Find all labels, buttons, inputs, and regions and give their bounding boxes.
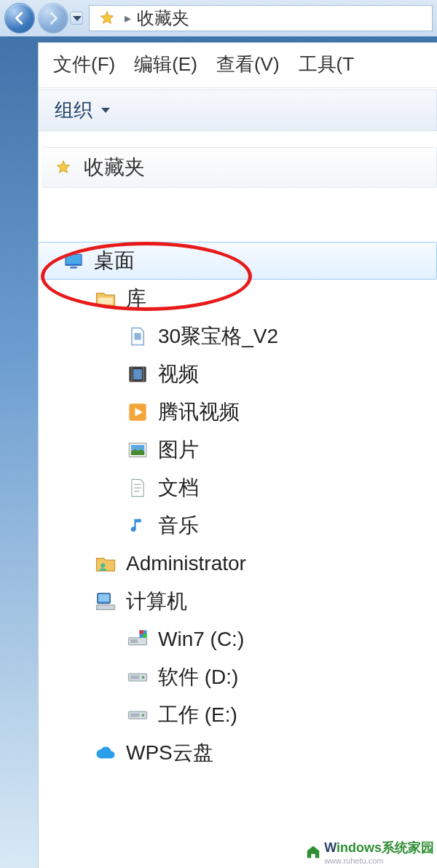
watermark-url: www.ruhetu.com (324, 856, 434, 865)
tree-item-pictures[interactable]: 图片 (39, 431, 437, 469)
tree-label: Administrator (126, 552, 246, 575)
svg-rect-22 (140, 631, 143, 634)
tree-item-drive-e[interactable]: 工作 (E:) (39, 696, 437, 734)
tree-item-music[interactable]: 音乐 (39, 507, 437, 545)
drive-icon (126, 703, 149, 727)
menu-bar: 文件(F) 编辑(E) 查看(V) 工具(T (39, 47, 437, 88)
tree-item-wps-cloud[interactable]: WPS云盘 (39, 734, 437, 772)
music-icon (126, 514, 149, 537)
svg-point-15 (101, 563, 105, 567)
computer-icon (94, 590, 117, 613)
tree-label: 计算机 (126, 588, 187, 615)
libraries-icon (94, 287, 117, 310)
navigation-pane: 收藏夹 桌面 库 30聚宝格_V2 (39, 131, 437, 772)
documents-icon (126, 476, 149, 500)
tree-label: 30聚宝格_V2 (158, 323, 278, 350)
menu-tools[interactable]: 工具(T (299, 52, 355, 77)
cloud-icon (94, 741, 117, 765)
chevron-down-icon (73, 16, 82, 21)
tree-item-custom[interactable]: 30聚宝格_V2 (39, 317, 437, 355)
tree-item-videos[interactable]: 视频 (39, 355, 437, 393)
breadcrumb[interactable]: 收藏夹 (137, 7, 189, 30)
svg-rect-8 (133, 369, 142, 379)
tree-item-administrator[interactable]: Administrator (39, 545, 437, 583)
tree-item-libraries[interactable]: 库 (39, 280, 437, 317)
svg-rect-18 (97, 605, 115, 609)
back-button[interactable] (4, 3, 35, 33)
svg-rect-4 (134, 333, 141, 339)
tree-item-drive-c[interactable]: Win7 (C:) (39, 620, 437, 658)
svg-rect-23 (143, 634, 147, 638)
videos-icon (126, 363, 149, 386)
pictures-icon (126, 438, 149, 462)
forward-button[interactable] (38, 3, 68, 33)
watermark-text: W (324, 840, 336, 855)
star-icon (95, 7, 119, 30)
tree-item-drive-d[interactable]: 软件 (D:) (39, 658, 437, 696)
tree-label: 音乐 (158, 512, 199, 540)
tree-label: 视频 (158, 360, 199, 388)
menu-view[interactable]: 查看(V) (216, 52, 280, 77)
svg-rect-20 (130, 639, 138, 643)
svg-rect-25 (130, 676, 140, 679)
svg-rect-1 (66, 255, 82, 264)
svg-rect-17 (98, 594, 109, 601)
favorites-label: 收藏夹 (84, 154, 145, 181)
tree-item-computer[interactable]: 计算机 (39, 583, 437, 620)
tencent-video-icon (126, 401, 149, 424)
menu-edit[interactable]: 编辑(E) (134, 52, 197, 77)
tree-label: 文档 (158, 474, 199, 502)
svg-rect-28 (130, 714, 140, 717)
explorer-window: 文件(F) 编辑(E) 查看(V) 工具(T 组织 收藏夹 桌面 (38, 42, 437, 868)
organize-button[interactable]: 组织 (55, 98, 92, 123)
menu-file[interactable]: 文件(F) (53, 52, 115, 77)
desktop-icon (62, 249, 85, 272)
tree-label: 库 (126, 285, 146, 312)
address-bar[interactable]: ▸ 收藏夹 (89, 5, 433, 31)
tree: 桌面 库 30聚宝格_V2 视频 (39, 242, 437, 772)
svg-rect-6 (131, 367, 133, 382)
tree-item-documents[interactable]: 文档 (39, 469, 437, 507)
history-dropdown[interactable] (70, 12, 83, 25)
tree-label: 腾讯视频 (158, 398, 240, 426)
drive-system-icon (126, 628, 149, 651)
svg-point-26 (142, 676, 145, 679)
chevron-down-icon[interactable] (101, 108, 110, 113)
tree-label: Win7 (C:) (158, 628, 244, 651)
tree-item-tencent-video[interactable]: 腾讯视频 (39, 393, 437, 431)
tree-label: WPS云盘 (126, 739, 213, 767)
tree-label: 工作 (E:) (158, 701, 237, 729)
watermark-text: indows系统家园 (336, 840, 434, 855)
watermark: Windows系统家园 www.ruhetu.com (305, 839, 434, 865)
navigation-bar: ▸ 收藏夹 (0, 0, 437, 36)
tree-label: 图片 (158, 436, 199, 464)
user-folder-icon (94, 552, 117, 575)
star-icon (52, 156, 75, 179)
tree-item-desktop[interactable]: 桌面 (39, 242, 437, 280)
svg-point-29 (142, 714, 145, 717)
svg-rect-2 (70, 267, 76, 268)
favorites-header[interactable]: 收藏夹 (42, 147, 437, 188)
drive-icon (126, 666, 149, 689)
tree-label: 桌面 (94, 247, 135, 275)
svg-rect-7 (143, 367, 144, 382)
tree-label: 软件 (D:) (158, 663, 238, 691)
chevron-right-icon: ▸ (125, 10, 131, 26)
svg-rect-3 (98, 298, 113, 304)
document-icon (126, 325, 149, 348)
toolbar: 组织 (39, 90, 437, 131)
